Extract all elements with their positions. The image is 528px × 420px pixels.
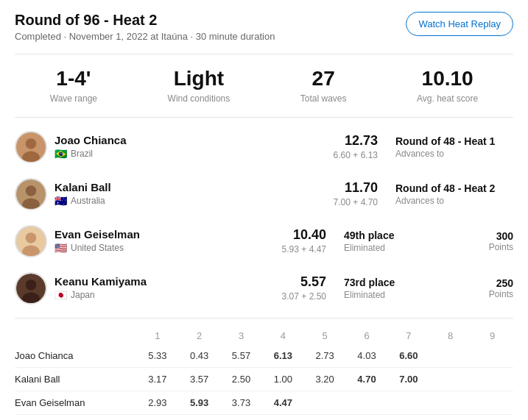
svg-point-1 <box>26 138 37 149</box>
result-round: Round of 48 - Heat 1 <box>395 135 513 147</box>
stat-total-waves-value: 27 <box>300 68 347 90</box>
total-score: 5.57 <box>282 274 326 290</box>
athlete-info: Kalani Ball 🇦🇺 Australia <box>54 181 334 207</box>
stats-row: 1-4' Wave range Light Wind conditions 27… <box>15 54 513 118</box>
country-name: United States <box>71 243 124 253</box>
avatar <box>15 178 47 210</box>
stat-wave-range-label: Wave range <box>50 93 97 104</box>
athlete-result: 49th place Eliminated <box>344 229 462 253</box>
wave-score: 5.57 <box>220 344 262 368</box>
athlete-info: Keanu Kamiyama 🇯🇵 Japan <box>54 275 282 301</box>
wave-score-highlight: 5.93 <box>178 391 220 414</box>
stat-wind-label: Wind conditions <box>168 93 230 104</box>
stat-avg-score: 10.10 Avg. heat score <box>417 68 478 104</box>
total-score: 10.40 <box>282 227 326 243</box>
result-round: 49th place <box>344 229 462 241</box>
avatar <box>15 225 47 257</box>
table-row: Joao Chianca 5.33 0.43 5.57 6.13 2.73 4.… <box>15 344 513 368</box>
result-status: Advances to <box>395 149 513 159</box>
athlete-result: Round of 48 - Heat 1 Advances to <box>395 135 513 159</box>
athlete-name: Joao Chianca <box>54 134 334 146</box>
col-header-5: 5 <box>304 327 346 344</box>
flag-icon: 🇯🇵 <box>54 289 67 301</box>
watch-replay-button[interactable]: Watch Heat Replay <box>406 12 513 36</box>
result-points: 300 Points <box>476 230 513 252</box>
avatar <box>15 272 47 305</box>
country-name: Australia <box>71 196 105 206</box>
flag-icon: 🇺🇸 <box>54 242 67 254</box>
wave-score: 3.20 <box>304 367 346 391</box>
athlete-country: 🇧🇷 Brazil <box>54 148 334 160</box>
wave-score: 3.73 <box>220 391 262 414</box>
points-value: 250 <box>476 277 513 289</box>
wave-score: 0.50 <box>387 414 429 420</box>
stat-wind: Light Wind conditions <box>168 68 230 104</box>
col-header-name <box>15 327 136 344</box>
wave-score-highlight: 4.47 <box>262 391 304 414</box>
athlete-country: 🇺🇸 United States <box>54 242 282 254</box>
wave-score-highlight: 6.60 <box>387 344 429 368</box>
points-value: 300 <box>476 230 513 242</box>
points-label: Points <box>476 242 513 252</box>
athlete-result: 73rd place Eliminated <box>344 277 462 300</box>
wave-score: 2.93 <box>136 391 178 414</box>
points-label: Points <box>476 289 513 299</box>
avatar <box>15 131 47 163</box>
athlete-row: Kalani Ball 🇦🇺 Australia 11.70 7.00 + 4.… <box>15 171 513 218</box>
row-athlete-name: Keanu Kamiyama <box>15 414 136 420</box>
wave-score: 3.57 <box>178 367 220 391</box>
wave-score: 2.23 <box>346 414 388 420</box>
wave-score <box>471 344 513 368</box>
stat-wave-range-value: 1-4' <box>50 68 97 90</box>
wave-score <box>429 367 471 391</box>
stat-total-waves-label: Total waves <box>300 93 347 104</box>
avatar-image <box>16 272 46 305</box>
wave-score <box>471 391 513 414</box>
athlete-row: Evan Geiselman 🇺🇸 United States 10.40 5.… <box>15 218 513 265</box>
wave-score: 1.00 <box>262 367 304 391</box>
wave-score: 2.00 <box>136 414 178 420</box>
result-status: Advances to <box>395 196 513 206</box>
wave-score: 0.43 <box>178 344 220 368</box>
athlete-info: Joao Chianca 🇧🇷 Brazil <box>54 134 334 160</box>
header-info: Round of 96 - Heat 2 Completed · Novembe… <box>15 12 275 42</box>
wave-breakdown: 6.60 + 6.13 <box>334 150 378 160</box>
stat-wind-value: Light <box>168 68 230 90</box>
athlete-scores: 10.40 5.93 + 4.47 <box>282 227 326 255</box>
athlete-info: Evan Geiselman 🇺🇸 United States <box>54 228 282 254</box>
svg-point-7 <box>26 232 37 243</box>
country-name: Japan <box>71 290 95 300</box>
col-header-6: 6 <box>346 327 388 344</box>
wave-score <box>346 391 388 414</box>
total-score: 12.73 <box>334 133 378 149</box>
wave-breakdown: 3.07 + 2.50 <box>282 291 326 302</box>
wave-score <box>304 391 346 414</box>
wave-score-highlight: 2.50 <box>429 414 471 420</box>
col-header-7: 7 <box>387 327 429 344</box>
score-table-section: 1 2 3 4 5 6 7 8 9 Joao Chianca 5.33 0.43… <box>15 318 513 420</box>
wave-score: 2.13 <box>178 414 220 420</box>
athlete-country: 🇯🇵 Japan <box>54 289 282 301</box>
table-header-row: 1 2 3 4 5 6 7 8 9 <box>15 327 513 344</box>
stat-avg-score-value: 10.10 <box>417 68 478 90</box>
wave-score-highlight: 7.00 <box>387 367 429 391</box>
avatar-image <box>16 178 46 210</box>
stat-wave-range: 1-4' Wave range <box>50 68 97 104</box>
result-status: Eliminated <box>344 290 462 300</box>
avatar-image <box>16 225 46 257</box>
athlete-country: 🇦🇺 Australia <box>54 195 334 207</box>
wave-breakdown: 7.00 + 4.70 <box>334 197 378 207</box>
athlete-scores: 11.70 7.00 + 4.70 <box>334 180 378 207</box>
country-name: Brazil <box>71 149 93 159</box>
athlete-name: Kalani Ball <box>54 181 334 193</box>
wave-score: 0.93 <box>304 414 346 420</box>
col-header-9: 9 <box>471 327 513 344</box>
wave-score-highlight: 4.70 <box>346 367 388 391</box>
page-title: Round of 96 - Heat 2 <box>15 12 275 29</box>
athlete-scores: 12.73 6.60 + 6.13 <box>334 133 378 160</box>
row-athlete-name: Kalani Ball <box>15 367 136 391</box>
score-table: 1 2 3 4 5 6 7 8 9 Joao Chianca 5.33 0.43… <box>15 327 513 420</box>
wave-score <box>387 391 429 414</box>
athlete-scores: 5.57 3.07 + 2.50 <box>282 274 326 302</box>
col-header-4: 4 <box>262 327 304 344</box>
